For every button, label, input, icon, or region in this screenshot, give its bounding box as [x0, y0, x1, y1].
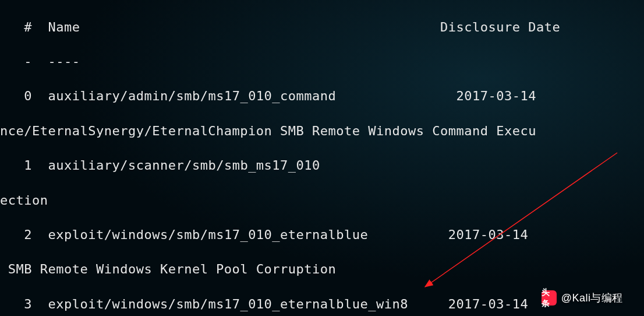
watermark: 头条 @Kali与编程: [542, 290, 623, 306]
watermark-handle: @Kali与编程: [561, 291, 623, 305]
col-date-header: Disclosure Date: [440, 20, 560, 34]
result-name: auxiliary/admin/smb/ms17_010_command: [48, 89, 337, 103]
result-index: 0: [24, 89, 32, 103]
table-row: 2 exploit/windows/smb/ms17_010_eternalbl…: [0, 226, 644, 244]
divider-row: - ----: [0, 53, 644, 71]
result-date: 2017-03-14: [448, 227, 528, 242]
result-date: 2017-03-14: [448, 297, 528, 311]
result-desc-wrap: nce/EternalSynergy/EternalChampion SMB R…: [0, 122, 644, 140]
col-name-header: Name: [48, 20, 80, 34]
result-index: 1: [24, 158, 32, 173]
terminal-output[interactable]: # Name Disclosure Date - ---- 0 auxiliar…: [0, 0, 644, 316]
result-desc-wrap: SMB Remote Windows Kernel Pool Corruptio…: [0, 261, 644, 278]
result-name: exploit/windows/smb/ms17_010_eternalblue: [48, 227, 369, 242]
table-row: 0 auxiliary/admin/smb/ms17_010_command 2…: [0, 87, 644, 105]
result-index: 3: [24, 297, 32, 311]
result-name: exploit/windows/smb/ms17_010_eternalblue…: [48, 297, 409, 311]
header-row: # Name Disclosure Date: [0, 19, 644, 36]
table-row: 1 auxiliary/scanner/smb/smb_ms17_010: [0, 157, 644, 174]
divider-name: ----: [48, 54, 80, 69]
col-index-header: #: [24, 20, 32, 34]
result-name: auxiliary/scanner/smb/smb_ms17_010: [48, 158, 320, 173]
result-date: 2017-03-14: [457, 89, 536, 103]
result-index: 2: [24, 227, 32, 242]
divider-index: -: [24, 54, 32, 69]
toutiao-logo-icon: 头条: [542, 290, 557, 306]
result-desc-wrap: ection: [0, 192, 644, 209]
